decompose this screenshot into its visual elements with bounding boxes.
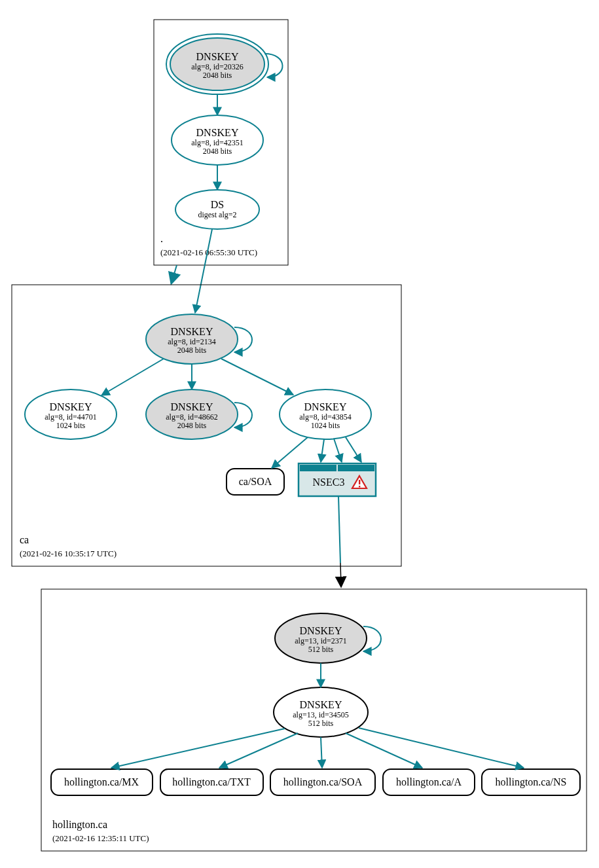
svg-rect-34: [338, 465, 374, 471]
svg-text:digest alg=2: digest alg=2: [198, 210, 236, 219]
zone-ca: ca (2021-02-16 10:35:17 UTC) DNSKEY alg=…: [12, 285, 401, 566]
zone-ca-label: ca: [20, 534, 29, 545]
zone-ca-timestamp: (2021-02-16 10:35:17 UTC): [20, 549, 117, 558]
svg-text:alg=8, id=44701: alg=8, id=44701: [45, 412, 97, 422]
svg-text:DNSKEY: DNSKEY: [50, 401, 92, 412]
edge-hollington-zsk-mx: [111, 729, 285, 768]
edge-ca-ksk-zsk1: [101, 359, 164, 395]
svg-text:512 bits: 512 bits: [308, 719, 334, 728]
rrset-hollington-mx: hollington.ca/MX: [51, 769, 153, 795]
edge-hollington-zsk-ns: [359, 728, 524, 768]
node-ca-zsk1: DNSKEY alg=8, id=44701 1024 bits: [25, 389, 117, 439]
svg-text:alg=13, id=2371: alg=13, id=2371: [295, 636, 347, 645]
edge-nsec3-to-hollington-zone: [338, 496, 340, 563]
svg-text:1024 bits: 1024 bits: [56, 421, 86, 430]
rrset-hollington-a: hollington.ca/A: [383, 769, 475, 795]
zone-root-timestamp: (2021-02-16 06:55:30 UTC): [160, 247, 257, 257]
svg-text:alg=8, id=42351: alg=8, id=42351: [191, 138, 244, 147]
svg-rect-37: [359, 486, 360, 487]
edge-ca-zsk3-nsec3b: [334, 439, 342, 462]
svg-text:DNSKEY: DNSKEY: [171, 326, 213, 337]
svg-text:hollington.ca/TXT: hollington.ca/TXT: [172, 776, 251, 788]
svg-text:DNSKEY: DNSKEY: [304, 401, 347, 412]
svg-text:alg=8, id=20326: alg=8, id=20326: [191, 62, 244, 71]
rrset-hollington-txt: hollington.ca/TXT: [160, 769, 263, 795]
node-root-zsk: DNSKEY alg=8, id=42351 2048 bits: [172, 115, 263, 165]
svg-text:DNSKEY: DNSKEY: [171, 401, 213, 412]
zone-hollington-label: hollington.ca: [52, 819, 107, 831]
svg-text:DS: DS: [211, 199, 224, 210]
zone-root: . (2021-02-16 06:55:30 UTC) DNSKEY alg=8…: [154, 20, 288, 265]
edge-root-to-ca-zone: [172, 265, 177, 283]
edge-hollington-zsk-soa: [321, 737, 322, 768]
rrset-hollington-ns: hollington.ca/NS: [482, 769, 580, 795]
svg-text:2048 bits: 2048 bits: [203, 147, 232, 156]
svg-rect-36: [359, 480, 360, 484]
svg-text:1024 bits: 1024 bits: [311, 421, 340, 430]
node-root-ksk: DNSKEY alg=8, id=20326 2048 bits: [166, 34, 268, 94]
svg-text:NSEC3: NSEC3: [313, 477, 345, 488]
svg-text:DNSKEY: DNSKEY: [300, 699, 342, 710]
node-ca-zsk3: DNSKEY alg=8, id=43854 1024 bits: [280, 389, 371, 439]
svg-text:DNSKEY: DNSKEY: [300, 625, 342, 636]
svg-text:DNSKEY: DNSKEY: [196, 127, 239, 138]
svg-text:ca/SOA: ca/SOA: [239, 476, 272, 487]
edge-ca-zsk3-nsec3c: [346, 437, 361, 462]
svg-text:512 bits: 512 bits: [308, 645, 334, 654]
rrset-ca-soa: ca/SOA: [227, 469, 284, 495]
svg-text:alg=8, id=43854: alg=8, id=43854: [299, 412, 352, 422]
dnssec-graph: . (2021-02-16 06:55:30 UTC) DNSKEY alg=8…: [0, 0, 599, 868]
zone-root-label: .: [160, 233, 163, 244]
edge-hollington-zsk-txt: [219, 733, 298, 768]
svg-text:alg=13, id=34505: alg=13, id=34505: [293, 710, 349, 719]
node-ca-ksk: DNSKEY alg=8, id=2134 2048 bits: [146, 314, 238, 364]
zone-hollington: hollington.ca (2021-02-16 12:35:11 UTC) …: [41, 589, 587, 851]
svg-rect-33: [300, 465, 336, 471]
svg-text:hollington.ca/A: hollington.ca/A: [396, 776, 462, 788]
edge-ca-to-hollington-zone: [340, 563, 341, 586]
svg-text:DNSKEY: DNSKEY: [196, 51, 239, 62]
rrset-ca-nsec3: NSEC3: [299, 463, 376, 496]
svg-text:2048 bits: 2048 bits: [177, 346, 207, 355]
edge-ca-ksk-zsk3: [221, 359, 293, 395]
rrset-hollington-soa: hollington.ca/SOA: [270, 769, 375, 795]
edge-ds-to-ca-ksk: [195, 229, 212, 313]
svg-text:hollington.ca/MX: hollington.ca/MX: [64, 776, 139, 788]
node-hollington-ksk: DNSKEY alg=13, id=2371 512 bits: [275, 613, 367, 663]
node-ca-zsk2: DNSKEY alg=8, id=48662 2048 bits: [146, 389, 238, 439]
svg-text:hollington.ca/NS: hollington.ca/NS: [496, 776, 567, 788]
svg-text:2048 bits: 2048 bits: [177, 421, 207, 430]
node-root-ds: DS digest alg=2: [175, 190, 259, 229]
edge-ca-zsk3-nsec3a: [321, 439, 324, 462]
edge-hollington-zsk-a: [346, 733, 422, 768]
svg-text:2048 bits: 2048 bits: [203, 71, 232, 80]
zone-hollington-timestamp: (2021-02-16 12:35:11 UTC): [52, 833, 149, 843]
node-hollington-zsk: DNSKEY alg=13, id=34505 512 bits: [274, 687, 368, 737]
svg-text:hollington.ca/SOA: hollington.ca/SOA: [283, 776, 363, 788]
svg-text:alg=8, id=48662: alg=8, id=48662: [166, 412, 218, 422]
svg-text:alg=8, id=2134: alg=8, id=2134: [168, 337, 216, 346]
